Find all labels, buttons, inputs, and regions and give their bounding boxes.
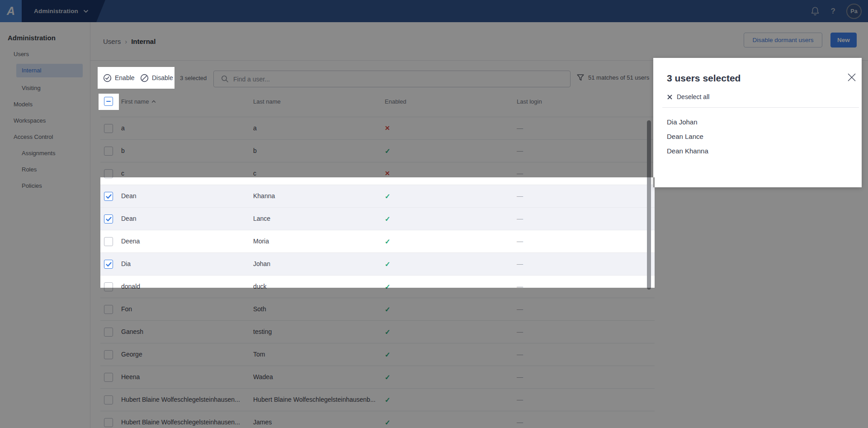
- table-row: bb✓—: [100, 140, 655, 162]
- row-checkbox[interactable]: [104, 305, 113, 314]
- cell-last-login: —: [517, 366, 523, 388]
- cell-last-name: Hubert Blaine Wolfeschlegelsteinhausenb.…: [253, 389, 376, 411]
- filter-status: 51 matches of 51 users: [577, 74, 649, 81]
- cell-last-name: Khanna: [253, 185, 275, 207]
- vertical-scrollbar-thumb[interactable]: [647, 120, 651, 290]
- cell-first-name: Dean: [121, 208, 136, 230]
- app-switcher-label: Administration: [34, 8, 78, 14]
- cell-first-name: Ganesh: [121, 321, 143, 343]
- search-icon: [221, 75, 229, 83]
- help-icon[interactable]: ?: [831, 7, 835, 16]
- cell-last-name: Moria: [253, 230, 269, 252]
- table-header: First name Last name Enabled Last login: [100, 93, 655, 111]
- row-checkbox[interactable]: [104, 260, 113, 269]
- cell-last-login: —: [517, 230, 523, 252]
- cell-enabled: ✓: [385, 389, 391, 411]
- cell-last-name: Tom: [253, 343, 265, 366]
- cell-last-name: Wadea: [253, 366, 273, 388]
- notifications-bell-icon[interactable]: [810, 6, 820, 17]
- cell-first-name: George: [121, 343, 142, 366]
- cell-first-name: donald: [121, 276, 140, 298]
- cell-last-name: Soth: [253, 298, 266, 320]
- cell-last-login: —: [517, 276, 523, 298]
- cell-enabled: ✓: [385, 185, 391, 208]
- sidebar-nav: UsersInternalVisitingModelsWorkspacesAcc…: [0, 46, 90, 194]
- cell-last-login: —: [517, 253, 523, 275]
- row-checkbox[interactable]: [104, 282, 113, 291]
- deselect-all-label: Deselect all: [677, 93, 709, 100]
- enable-button[interactable]: Enable: [103, 72, 135, 83]
- row-checkbox[interactable]: [104, 395, 113, 404]
- selected-count: 3 selected: [180, 75, 207, 81]
- logo-letter: A: [7, 5, 15, 18]
- enabled-check-icon: ✓: [385, 215, 391, 223]
- row-checkbox[interactable]: [104, 237, 113, 246]
- row-checkbox[interactable]: [104, 214, 113, 224]
- cell-last-name: b: [253, 140, 257, 162]
- filter-funnel-icon[interactable]: [577, 74, 584, 81]
- sidebar-item-internal[interactable]: Internal: [0, 64, 90, 80]
- sidebar-title: Administration: [8, 34, 90, 42]
- table-row: HeenaWadea✓—: [100, 366, 655, 389]
- column-header-last-login[interactable]: Last login: [517, 98, 542, 105]
- breadcrumb-users[interactable]: Users: [103, 38, 121, 45]
- row-checkbox[interactable]: [104, 124, 113, 133]
- select-all-checkbox[interactable]: [104, 97, 113, 106]
- sidebar-item-roles[interactable]: Roles: [0, 162, 90, 178]
- selected-user-item: Dia Johan: [667, 115, 853, 129]
- anaplan-logo[interactable]: A: [0, 0, 22, 22]
- sidebar-item-users[interactable]: Users: [0, 46, 90, 62]
- column-header-first-name[interactable]: First name: [121, 98, 156, 105]
- cell-first-name: Deena: [121, 230, 140, 252]
- table-row: Ganeshtesting✓—: [100, 321, 655, 343]
- cell-enabled: ✓: [385, 276, 391, 298]
- close-icon[interactable]: [847, 72, 857, 82]
- cell-last-login: —: [517, 389, 523, 411]
- checkmark-icon: [106, 262, 112, 267]
- search-input[interactable]: [233, 76, 570, 83]
- row-checkbox[interactable]: [104, 350, 113, 359]
- enable-button-label: Enable: [115, 74, 135, 81]
- cell-last-login: —: [517, 162, 523, 185]
- checkmark-icon: [106, 194, 112, 199]
- breadcrumb-separator: ›: [125, 38, 127, 45]
- row-checkbox[interactable]: [104, 192, 113, 201]
- sidebar-item-access-control[interactable]: Access Control: [0, 129, 90, 145]
- app-switcher[interactable]: Administration: [34, 0, 89, 22]
- selected-users-panel: 3 users selected Deselect all Dia JohanD…: [653, 58, 862, 187]
- enabled-check-icon: ✓: [385, 396, 391, 404]
- chevron-down-icon: [83, 10, 89, 13]
- sidebar-item-workspaces[interactable]: Workspaces: [0, 113, 90, 129]
- cell-last-name: a: [253, 117, 257, 139]
- row-checkbox[interactable]: [104, 418, 113, 427]
- cell-enabled: ✓: [385, 366, 391, 389]
- column-label: First name: [121, 98, 149, 105]
- deselect-all-button[interactable]: Deselect all: [667, 93, 709, 100]
- cell-last-name: Johan: [253, 253, 270, 275]
- row-checkbox[interactable]: [104, 328, 113, 337]
- disable-dormant-users-button[interactable]: Disable dormant users: [744, 33, 822, 48]
- table-row: FonSoth✓—: [100, 298, 655, 321]
- sidebar-item-policies[interactable]: Policies: [0, 178, 90, 194]
- cell-first-name: Dia: [121, 253, 131, 275]
- sidebar-item-visiting[interactable]: Visiting: [0, 80, 90, 96]
- top-bar: A Administration ? Pa: [0, 0, 868, 22]
- enabled-check-icon: ✓: [385, 305, 391, 313]
- avatar-initials: Pa: [850, 8, 857, 14]
- cell-last-login: —: [517, 343, 523, 366]
- sidebar-item-models[interactable]: Models: [0, 96, 90, 113]
- disable-button[interactable]: Disable: [140, 72, 173, 83]
- column-header-last-name[interactable]: Last name: [253, 98, 281, 105]
- sidebar: Administration UsersInternalVisitingMode…: [0, 22, 90, 428]
- cell-last-name: duck: [253, 276, 267, 298]
- row-checkbox[interactable]: [104, 169, 113, 178]
- cell-last-name: Lance: [253, 208, 270, 230]
- sidebar-item-assignments[interactable]: Assignments: [0, 145, 90, 162]
- cell-first-name: a: [121, 117, 125, 139]
- column-header-enabled[interactable]: Enabled: [385, 98, 406, 105]
- avatar[interactable]: Pa: [846, 4, 862, 19]
- row-checkbox[interactable]: [104, 373, 113, 382]
- new-user-button[interactable]: New: [830, 33, 857, 48]
- row-checkbox[interactable]: [104, 147, 113, 156]
- cell-enabled: ✕: [385, 162, 390, 185]
